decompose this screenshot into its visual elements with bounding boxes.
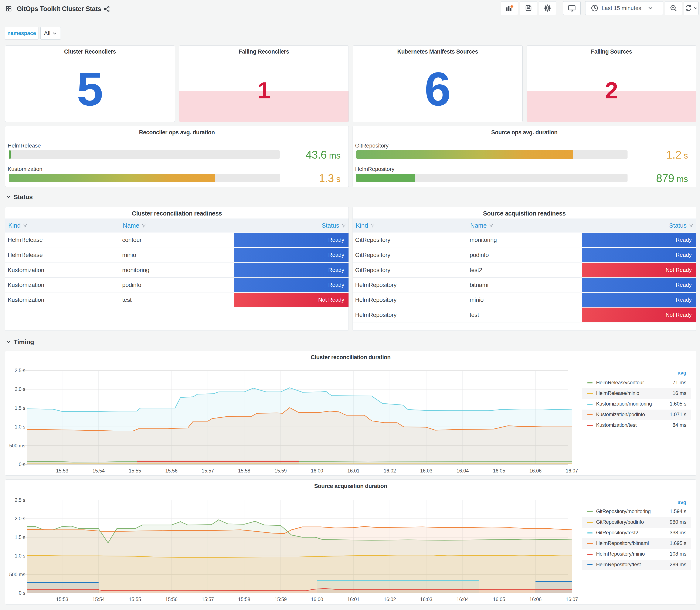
svg-text:1.0 s: 1.0 s <box>15 553 25 559</box>
svg-text:16:03: 16:03 <box>420 597 433 602</box>
svg-text:15:55: 15:55 <box>129 597 141 602</box>
svg-text:15:59: 15:59 <box>275 597 287 602</box>
svg-text:16:04: 16:04 <box>456 468 469 473</box>
svg-text:0 s: 0 s <box>19 462 25 467</box>
svg-text:2.5 s: 2.5 s <box>15 368 25 373</box>
svg-text:16:00: 16:00 <box>311 597 323 602</box>
svg-text:15:55: 15:55 <box>129 468 141 473</box>
svg-text:16:04: 16:04 <box>456 597 469 602</box>
svg-text:16:07: 16:07 <box>566 468 578 473</box>
svg-text:15:57: 15:57 <box>202 468 214 473</box>
svg-text:15:56: 15:56 <box>165 468 178 473</box>
svg-text:2.0 s: 2.0 s <box>15 516 25 521</box>
svg-text:0 s: 0 s <box>19 590 25 596</box>
svg-text:2.5 s: 2.5 s <box>15 497 25 503</box>
svg-text:16:01: 16:01 <box>347 597 360 602</box>
svg-text:2.0 s: 2.0 s <box>15 386 25 392</box>
svg-text:15:58: 15:58 <box>238 597 250 602</box>
svg-text:16:03: 16:03 <box>420 468 433 473</box>
svg-text:16:05: 16:05 <box>493 468 505 473</box>
svg-text:15:56: 15:56 <box>165 597 178 602</box>
svg-text:1.0 s: 1.0 s <box>15 424 25 430</box>
svg-text:15:53: 15:53 <box>56 597 68 602</box>
svg-text:15:54: 15:54 <box>93 597 105 602</box>
svg-text:16:07: 16:07 <box>566 597 578 602</box>
svg-text:15:53: 15:53 <box>56 468 68 473</box>
svg-text:16:06: 16:06 <box>530 468 542 473</box>
svg-text:1.5 s: 1.5 s <box>15 534 25 540</box>
svg-text:500 ms: 500 ms <box>9 572 25 577</box>
svg-text:500 ms: 500 ms <box>9 443 25 448</box>
svg-text:15:59: 15:59 <box>275 468 287 473</box>
svg-text:15:58: 15:58 <box>238 468 250 473</box>
svg-text:16:02: 16:02 <box>384 468 396 473</box>
svg-text:16:01: 16:01 <box>347 468 360 473</box>
svg-text:15:57: 15:57 <box>202 597 214 602</box>
svg-text:16:05: 16:05 <box>493 597 505 602</box>
svg-text:16:00: 16:00 <box>311 468 323 473</box>
svg-text:16:02: 16:02 <box>384 597 396 602</box>
svg-text:16:06: 16:06 <box>530 597 542 602</box>
svg-text:15:54: 15:54 <box>93 468 105 473</box>
svg-text:1.5 s: 1.5 s <box>15 405 25 411</box>
